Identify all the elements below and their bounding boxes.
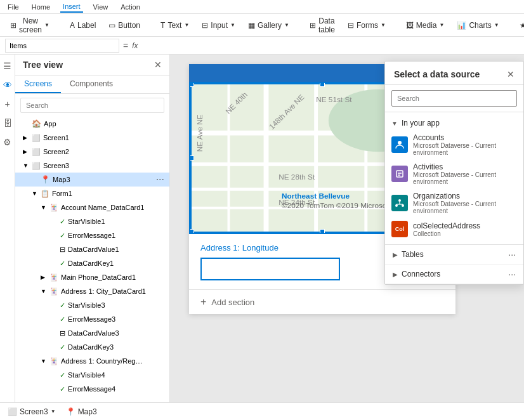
datasource-organizations[interactable]: Organizations Microsoft Dataverse - Curr… <box>385 188 523 218</box>
tree-item-app[interactable]: 🏠 App <box>15 117 169 131</box>
map3-more-button[interactable]: ··· <box>156 174 167 185</box>
address-city-icon: 🃏 <box>49 287 58 296</box>
tree-item-datacardkey1[interactable]: ✓ DataCardKey1 <box>15 256 169 270</box>
media-button[interactable]: 🖼 Media ▼ <box>401 18 450 32</box>
modal-tables-row[interactable]: ▶ Tables ··· <box>385 245 523 265</box>
datasource-accounts[interactable]: Accounts Microsoft Dataverse - Current e… <box>385 130 523 159</box>
tree-item-account-name-datacard1[interactable]: ▼ 🃏 Account Name_DataCard1 <box>15 200 169 214</box>
formula-value-input[interactable] <box>142 39 519 53</box>
forms-chevron-icon: ▼ <box>381 22 386 28</box>
tree-header: Tree view ✕ <box>15 55 169 75</box>
tree-item-datacardvalue3[interactable]: ⊟ DataCardValue3 <box>15 326 169 340</box>
tree-item-errormessage4[interactable]: ✓ ErrorMessage4 <box>15 382 169 396</box>
orgs-info: Organizations Microsoft Dataverse - Curr… <box>413 192 517 214</box>
tables-more-icon[interactable]: ··· <box>508 249 516 259</box>
menu-view[interactable]: View <box>91 2 111 12</box>
add-section-plus-icon: + <box>200 296 206 308</box>
database-icon[interactable]: 🗄 <box>1 117 14 129</box>
tree-close-button[interactable]: ✕ <box>154 60 162 70</box>
address-city-label: Address 1: City_DataCard1 <box>61 287 146 295</box>
tree-tab-components[interactable]: Components <box>61 75 122 93</box>
tree-item-map3[interactable]: 📍 Map3 ··· <box>15 173 169 187</box>
starvisible3-label: StarVisible3 <box>68 301 105 309</box>
charts-button[interactable]: 📊 Charts ▼ <box>452 18 504 32</box>
input-btn-label: Input <box>211 21 228 30</box>
gallery-button[interactable]: ▦ Gallery ▼ <box>243 18 294 32</box>
datasource-activities[interactable]: Activities Microsoft Dataverse - Current… <box>385 159 523 188</box>
screen1-chevron-icon: ▶ <box>23 135 32 141</box>
handle-bottom-center[interactable] <box>320 229 325 234</box>
handle-top-center[interactable] <box>320 82 325 87</box>
icons-button[interactable]: ★ Icons <box>514 18 524 32</box>
tree-item-screen3[interactable]: ▼ ⬜ Screen3 <box>15 159 169 173</box>
handle-middle-left[interactable] <box>189 155 194 161</box>
hamburger-icon[interactable]: ☰ <box>1 60 14 72</box>
new-screen-button[interactable]: ⊞ New screen ▼ <box>5 14 55 37</box>
tree-item-datacardkey3[interactable]: ✓ DataCardKey3 <box>15 340 169 354</box>
tree-item-address1-city-datacard1[interactable]: ▼ 🃏 Address 1: City_DataCard1 <box>15 284 169 298</box>
modal-close-button[interactable]: ✕ <box>507 69 514 79</box>
colselectedaddress-name: colSelectedAddress <box>413 221 517 230</box>
menu-insert[interactable]: Insert <box>60 1 83 13</box>
menu-file[interactable]: File <box>5 2 22 12</box>
tree-item-screen1[interactable]: ▶ ⬜ Screen1 <box>15 131 169 145</box>
formula-fx-label: fx <box>132 41 138 50</box>
new-screen-icon: ⊞ <box>10 21 16 30</box>
tree-item-starvisible1[interactable]: ✓ StarVisible1 <box>15 214 169 228</box>
datacardkey1-icon: ✓ <box>60 259 65 268</box>
tree-item-address1-country-datacard[interactable]: ▼ 🃏 Address 1: Country/Region_DataCard <box>15 354 169 368</box>
modal-search-input[interactable] <box>391 90 517 107</box>
status-screen[interactable]: ⬜ Screen3 ▼ <box>8 407 56 416</box>
status-bar: ⬜ Screen3 ▼ 📍 Map3 <box>0 402 524 420</box>
eye-icon[interactable]: 👁 <box>1 79 14 91</box>
toolbar: ⊞ New screen ▼ A Label ▭ Button T Text ▼… <box>0 14 524 37</box>
tree-item-main-phone-datacard1[interactable]: ▶ 🃏 Main Phone_DataCard1 <box>15 270 169 284</box>
orgs-icon <box>391 195 408 211</box>
main-phone-chevron-icon: ▶ <box>41 274 49 280</box>
datatable-button[interactable]: ⊞ Data table <box>305 14 340 37</box>
add-section-button[interactable]: + Add section <box>189 289 455 314</box>
gallery-chevron-icon: ▼ <box>284 22 289 28</box>
tree-search-container <box>15 94 169 117</box>
button-button[interactable]: ▭ Button <box>103 18 145 32</box>
handle-bottom-left[interactable] <box>189 229 194 234</box>
datacardkey3-label: DataCardKey3 <box>68 343 114 351</box>
tree-item-starvisible4[interactable]: ✓ StarVisible4 <box>15 368 169 382</box>
main-phone-label: Main Phone_DataCard1 <box>61 273 136 281</box>
starvisible4-icon: ✓ <box>60 371 65 379</box>
settings-icon[interactable]: ⚙ <box>1 136 14 148</box>
modal-connectors-row[interactable]: ▶ Connectors ··· <box>385 265 523 284</box>
menu-home[interactable]: Home <box>29 2 53 12</box>
tree-search-input[interactable] <box>20 98 164 113</box>
menu-action[interactable]: Action <box>118 2 143 12</box>
screen2-icon: ⬜ <box>32 148 41 156</box>
modal-section-header[interactable]: ▼ In your app <box>385 116 523 130</box>
screen3-label: Screen3 <box>43 162 69 169</box>
gallery-icon: ▦ <box>248 21 255 30</box>
connectors-more-icon[interactable]: ··· <box>508 269 516 279</box>
status-component[interactable]: 📍 Map3 <box>66 407 97 416</box>
datasource-colselectedaddress[interactable]: Col colSelectedAddress Collection <box>385 218 523 240</box>
tree-tab-screens[interactable]: Screens <box>15 75 61 93</box>
status-component-label: Map3 <box>78 407 97 416</box>
add-icon[interactable]: + <box>1 98 14 110</box>
tree-item-form1[interactable]: ▼ 📋 Form1 <box>15 187 169 200</box>
tree-item-errormessage1[interactable]: ✓ ErrorMessage1 <box>15 228 169 242</box>
handle-top-left[interactable] <box>189 82 194 87</box>
formula-name-input[interactable] <box>5 39 119 53</box>
input-button[interactable]: ⊟ Input ▼ <box>197 18 240 32</box>
field-input[interactable] <box>200 258 340 280</box>
datasource-modal: Select a data source ✕ ▼ In your app <box>384 61 524 285</box>
forms-button[interactable]: ⊟ Forms ▼ <box>343 18 391 32</box>
datatable-icon: ⊞ <box>310 21 316 30</box>
address-city-chevron-icon: ▼ <box>41 288 49 294</box>
errormessage4-icon: ✓ <box>60 385 65 393</box>
tree-item-screen2[interactable]: ▶ ⬜ Screen2 <box>15 145 169 159</box>
new-screen-label: New screen <box>19 16 42 34</box>
tree-item-errormessage3[interactable]: ✓ ErrorMessage3 <box>15 312 169 326</box>
text-button[interactable]: T Text ▼ <box>155 18 194 32</box>
canvas-area: ddress <box>170 55 524 402</box>
tree-item-datacardvalue1[interactable]: ⊟ DataCardValue1 <box>15 242 169 256</box>
tree-item-starvisible3[interactable]: ✓ StarVisible3 <box>15 298 169 312</box>
label-button[interactable]: A Label <box>65 18 101 32</box>
